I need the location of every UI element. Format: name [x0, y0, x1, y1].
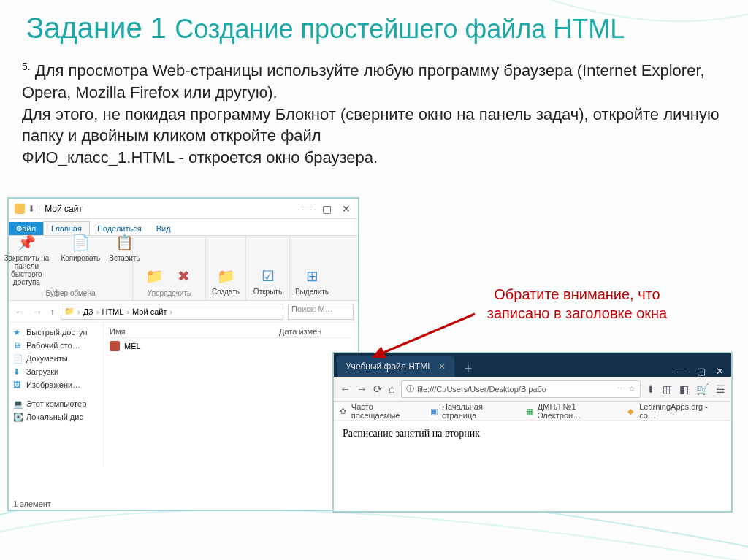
instruction-text: 5. Для просмотра Web-страницы используйт… — [22, 60, 723, 169]
breadcrumb[interactable]: 📁 › ДЗ› HTML› Мой сайт› — [61, 304, 283, 320]
download-icon[interactable]: ⬇ — [646, 383, 655, 395]
file-row[interactable]: MEL — [110, 338, 352, 354]
sidebar-item-desktop[interactable]: 🖥Рабочий сто… — [10, 339, 102, 352]
bookmarks-bar: ✿Часто посещаемые ▣Начальная страница ▦Д… — [334, 402, 731, 421]
file-name: MEL — [124, 342, 141, 350]
reload-button[interactable]: ⟳ — [373, 383, 383, 396]
bookmark-learning[interactable]: ◆LearningApps.org - со… — [627, 402, 725, 420]
browser-window: Учебный файл HTML ✕ ＋ — ▢ ✕ ← → ⟳ ⌂ ⓘ fi… — [332, 352, 733, 513]
address-bar-row: ← → ↑ 📁 › ДЗ› HTML› Мой сайт› Поиск: М… — [9, 301, 358, 323]
sidebar: ★Быстрый доступ 🖥Рабочий сто… 📄Документы… — [9, 323, 104, 469]
html-file-icon — [110, 341, 120, 351]
window-title: Мой сайт — [45, 204, 83, 214]
maximize-button[interactable]: ▢ — [322, 203, 332, 215]
menu-icon[interactable]: ☰ — [716, 383, 725, 395]
search-input[interactable]: Поиск: М… — [288, 304, 354, 320]
url-text: file:///C:/Users/User/Desktop/В рабо — [417, 385, 546, 394]
sidebar-item-quick[interactable]: ★Быстрый доступ — [10, 326, 102, 339]
col-date[interactable]: Дата измен — [279, 327, 352, 336]
site-info-icon[interactable]: ⓘ — [406, 383, 414, 394]
create-button[interactable]: 📁Создать — [209, 264, 243, 297]
explorer-titlebar: ⬇ | Мой сайт — ▢ ✕ — [9, 199, 358, 219]
title-task: Задание 1 — [26, 12, 167, 44]
tab-close-icon[interactable]: ✕ — [438, 361, 446, 372]
bookmark-start[interactable]: ▣Начальная страница — [430, 402, 519, 420]
clipboard-label: Буфер обмена — [46, 289, 96, 297]
folder-icon: 📁 — [64, 307, 75, 316]
pin-button[interactable]: 📌Закрепить на панели быстрого доступа — [0, 231, 55, 288]
close-button[interactable]: ✕ — [342, 203, 351, 215]
slide-title: Задание 1 Создание простейшего файла HTM… — [26, 12, 625, 45]
column-headers: Имя Дата измен — [110, 326, 352, 338]
browser-tabstrip: Учебный файл HTML ✕ ＋ — ▢ ✕ — [334, 353, 731, 377]
home-button[interactable]: ⌂ — [389, 383, 395, 395]
sidebar-item-thispc[interactable]: 💻Этот компьютер — [10, 397, 102, 410]
explorer-window: ⬇ | Мой сайт — ▢ ✕ Файл Главная Поделить… — [7, 197, 359, 511]
status-bar: 1 элемент — [13, 499, 51, 508]
sidebar-icon[interactable]: ◧ — [679, 383, 689, 395]
ribbon-panel: 📌Закрепить на панели быстрого доступа 📄К… — [9, 235, 358, 301]
col-name[interactable]: Имя — [110, 327, 279, 336]
library-icon[interactable]: ▥ — [663, 383, 672, 395]
title-subject: Создание простейшего файла HTML — [175, 14, 625, 44]
open-button[interactable]: ☑Открыть — [251, 264, 285, 297]
organize-label: Упорядочить — [148, 289, 191, 297]
sidebar-item-localdisk[interactable]: 💽Локальный дис — [10, 410, 102, 423]
back-button[interactable]: ← — [13, 306, 26, 318]
page-body-text: Расписание занятий на вторник — [343, 428, 480, 439]
new-tab-button[interactable]: ＋ — [454, 359, 482, 377]
close-button[interactable]: ✕ — [716, 366, 724, 377]
browser-content: Расписание занятий на вторник — [334, 421, 731, 447]
url-overflow: ⋯ — [617, 384, 625, 394]
browser-tab[interactable]: Учебный файл HTML ✕ — [337, 356, 454, 377]
sidebar-item-docs[interactable]: 📄Документы — [10, 352, 102, 365]
browser-toolbar: ← → ⟳ ⌂ ⓘ file:///C:/Users/User/Desktop/… — [334, 377, 731, 402]
step-number: 5. — [22, 61, 31, 72]
move-icon[interactable]: 📁 — [142, 264, 168, 288]
file-pane: Имя Дата измен MEL — [104, 323, 358, 469]
up-button[interactable]: ↑ — [48, 306, 56, 318]
url-bar[interactable]: ⓘ file:///C:/Users/User/Desktop/В рабо ⋯… — [401, 380, 641, 398]
cart-icon[interactable]: 🛒 — [696, 383, 709, 395]
forward-button[interactable]: → — [31, 306, 44, 318]
sidebar-item-downloads[interactable]: ⬇Загрузки — [10, 365, 102, 378]
minimize-button[interactable]: — — [677, 366, 687, 377]
forward-button[interactable]: → — [356, 383, 367, 395]
bookmark-star-icon[interactable]: ☆ — [628, 384, 636, 394]
tab-title: Учебный файл HTML — [346, 361, 432, 372]
select-button[interactable]: ⊞Выделить — [292, 264, 332, 297]
delete-icon[interactable]: ✖ — [171, 264, 197, 288]
tab-view[interactable]: Вид — [149, 222, 178, 235]
bookmark-freq[interactable]: ✿Часто посещаемые — [340, 402, 423, 420]
copy-button[interactable]: 📄Копировать — [58, 231, 103, 288]
folder-icon — [15, 204, 25, 214]
back-button[interactable]: ← — [340, 383, 351, 395]
callout-text: Обратите внимание, что записано в заголо… — [446, 285, 709, 323]
maximize-button[interactable]: ▢ — [697, 366, 706, 377]
sidebar-item-images[interactable]: 🖼Изображени… — [10, 378, 102, 391]
bookmark-dmpl[interactable]: ▦ДМПЛ №1 Электрон… — [526, 402, 620, 420]
minimize-button[interactable]: — — [302, 203, 312, 215]
